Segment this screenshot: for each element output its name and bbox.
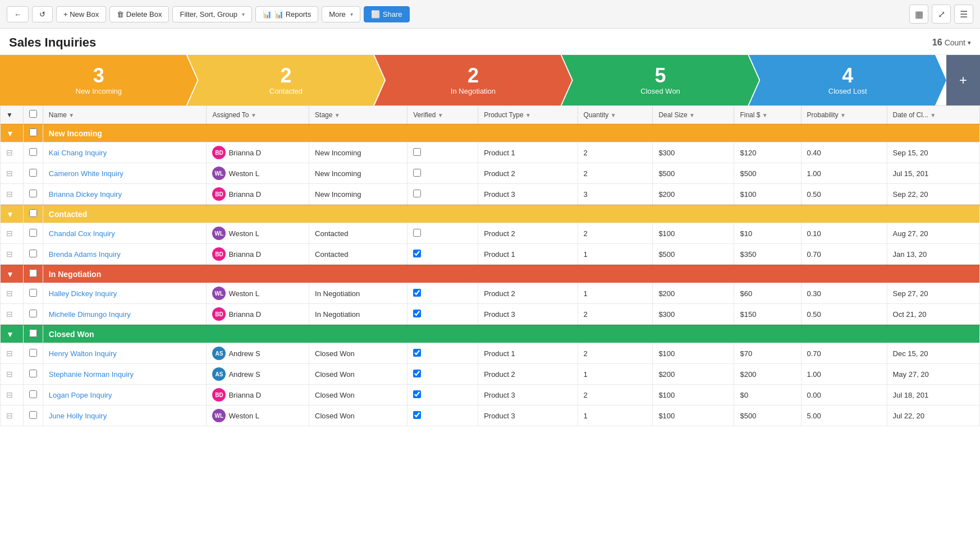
row-handle[interactable]: ⊟ (6, 148, 13, 157)
row-handle[interactable]: ⊟ (6, 250, 13, 259)
row-name[interactable]: Halley Dickey Inquiry (43, 283, 207, 304)
row-checkbox[interactable] (29, 190, 37, 197)
col-header-product_type[interactable]: Product Type ▼ (478, 106, 578, 125)
col-filter-product_type[interactable]: ▼ (525, 112, 531, 118)
col-filter-date_closed[interactable]: ▼ (930, 112, 936, 118)
row-handle[interactable]: ⊟ (6, 349, 13, 358)
row-checkbox[interactable] (29, 349, 37, 357)
col-header-final_dollar[interactable]: Final $ ▼ (734, 106, 801, 125)
row-name[interactable]: Chandal Cox Inquiry (43, 223, 207, 244)
filter-sort-button[interactable]: Filter, Sort, Group ▾ (172, 6, 252, 22)
verified-checkbox[interactable] (413, 148, 421, 156)
delete-box-button[interactable]: 🗑 Delete Box (109, 6, 169, 22)
col-filter-assigned[interactable]: ▼ (251, 112, 257, 118)
col-header-date_closed[interactable]: Date of Cl... ▼ (887, 106, 979, 125)
row-name[interactable]: Henry Walton Inquiry (43, 343, 207, 364)
verified-checkbox[interactable] (413, 169, 421, 177)
row-verified[interactable] (407, 405, 478, 426)
view-chart-button[interactable]: ▦ (909, 4, 928, 24)
row-name[interactable]: Brenda Adams Inquiry (43, 244, 207, 265)
col-header-name[interactable]: Name ▼ (43, 106, 207, 125)
pipeline-add-button[interactable]: + (946, 55, 980, 105)
row-checkbox[interactable] (29, 229, 37, 237)
col-header-stage[interactable]: Stage ▼ (309, 106, 407, 125)
more-button[interactable]: More ▾ (322, 6, 360, 22)
share-button[interactable]: ⬜ Share (364, 6, 410, 22)
row-verified[interactable] (407, 244, 478, 265)
col-header-deal_size[interactable]: Deal Size ▼ (653, 106, 734, 125)
row-handle[interactable]: ⊟ (6, 390, 13, 399)
col-filter-final_dollar[interactable]: ▼ (762, 112, 768, 118)
row-verified[interactable] (407, 223, 478, 244)
row-verified[interactable] (407, 142, 478, 163)
row-checkbox[interactable] (29, 169, 37, 177)
verified-checkbox[interactable] (413, 370, 421, 377)
select-all-checkbox[interactable] (29, 110, 37, 118)
verified-checkbox[interactable] (413, 229, 421, 237)
view-expand-button[interactable]: ⤢ (932, 4, 951, 24)
group-caret-contacted[interactable]: ▼ (6, 210, 14, 219)
row-verified[interactable] (407, 283, 478, 304)
row-checkbox[interactable] (29, 148, 37, 156)
row-checkbox[interactable] (29, 411, 37, 419)
col-header-probability[interactable]: Probability ▼ (801, 106, 887, 125)
row-name[interactable]: June Holly Inquiry (43, 405, 207, 426)
col-header-verified[interactable]: Verified ▼ (407, 106, 478, 125)
row-checkbox[interactable] (29, 310, 37, 317)
reports-button[interactable]: 📊 📊 Reports (255, 6, 318, 22)
group-caret-new-incoming[interactable]: ▼ (6, 129, 14, 138)
refresh-button[interactable]: ↺ (32, 6, 53, 22)
pipeline-stage-in-negotiation[interactable]: 2 In Negotiation (374, 55, 572, 105)
verified-checkbox[interactable] (413, 289, 421, 297)
new-box-button[interactable]: + New Box (56, 6, 106, 22)
row-handle[interactable]: ⊟ (6, 310, 13, 319)
verified-checkbox[interactable] (413, 190, 421, 197)
group-checkbox-closed-won[interactable] (29, 329, 37, 337)
row-checkbox[interactable] (29, 289, 37, 297)
row-verified[interactable] (407, 385, 478, 405)
verified-checkbox[interactable] (413, 349, 421, 357)
verified-checkbox[interactable] (413, 250, 421, 257)
row-checkbox[interactable] (29, 370, 37, 377)
row-handle[interactable]: ⊟ (6, 190, 13, 199)
row-name[interactable]: Logan Pope Inquiry (43, 385, 207, 405)
col-filter-stage[interactable]: ▼ (335, 112, 340, 118)
back-button[interactable]: ← (7, 6, 29, 22)
verified-checkbox[interactable] (413, 310, 421, 317)
col-filter-quantity[interactable]: ▼ (611, 112, 616, 118)
group-checkbox-contacted[interactable] (29, 209, 37, 217)
row-verified[interactable] (407, 184, 478, 205)
row-handle[interactable]: ⊟ (6, 229, 13, 238)
col-header-assigned[interactable]: Assigned To ▼ (207, 106, 309, 125)
row-verified[interactable] (407, 163, 478, 184)
row-verified[interactable] (407, 304, 478, 325)
pipeline-stage-closed-won[interactable]: 5 Closed Won (562, 55, 759, 105)
row-handle[interactable]: ⊟ (6, 289, 13, 298)
pipeline-stage-contacted[interactable]: 2 Contacted (187, 55, 385, 105)
verified-checkbox[interactable] (413, 411, 421, 419)
col-filter-name[interactable]: ▼ (68, 112, 74, 118)
row-verified[interactable] (407, 343, 478, 364)
row-handle[interactable]: ⊟ (6, 370, 13, 379)
col-filter-deal_size[interactable]: ▼ (689, 112, 695, 118)
group-checkbox-new-incoming[interactable] (29, 128, 37, 136)
pipeline-stage-new-incoming[interactable]: 3 New Incoming (0, 55, 198, 105)
group-caret-in-negotiation[interactable]: ▼ (6, 270, 14, 279)
sort-icon[interactable]: ▼ (6, 111, 13, 119)
row-verified[interactable] (407, 364, 478, 385)
group-caret-closed-won[interactable]: ▼ (6, 330, 14, 339)
count-badge[interactable]: 16 Count ▾ (932, 38, 971, 48)
view-list-button[interactable]: ☰ (954, 4, 973, 24)
row-handle[interactable]: ⊟ (6, 411, 13, 420)
row-checkbox[interactable] (29, 390, 37, 398)
row-handle[interactable]: ⊟ (6, 169, 13, 178)
row-name[interactable]: Michelle Dimungo Inquiry (43, 304, 207, 325)
pipeline-stage-closed-lost[interactable]: 4 Closed Lost (749, 55, 946, 105)
row-name[interactable]: Cameron White Inquiry (43, 163, 207, 184)
row-name[interactable]: Stephanie Norman Inquiry (43, 364, 207, 385)
verified-checkbox[interactable] (413, 390, 421, 398)
row-checkbox[interactable] (29, 250, 37, 257)
col-header-quantity[interactable]: Quantity ▼ (578, 106, 653, 125)
row-name[interactable]: Kai Chang Inquiry (43, 142, 207, 163)
col-filter-probability[interactable]: ▼ (840, 112, 846, 118)
